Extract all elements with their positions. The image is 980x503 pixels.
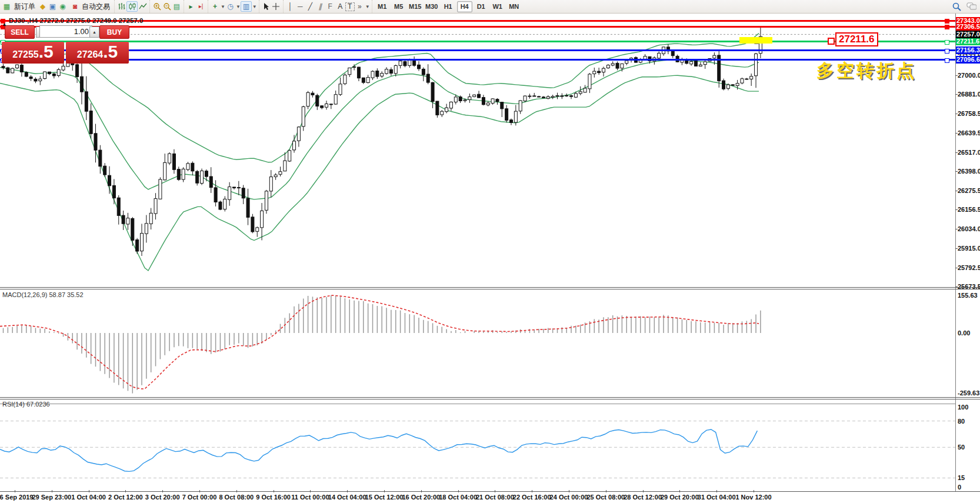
template-icon[interactable]: ▥ xyxy=(241,1,252,12)
cursor-icon[interactable] xyxy=(261,2,271,11)
volume-increase-button[interactable]: ▲ xyxy=(89,26,99,38)
price-line-27211.6[interactable] xyxy=(0,41,955,42)
time-axis[interactable]: 26 Sep 201929 Sep 23:001 Oct 04:002 Oct … xyxy=(0,492,980,503)
time-tick xyxy=(310,490,311,492)
timeframe-w1[interactable]: W1 xyxy=(490,1,505,12)
price-tick-label: 25792.5 xyxy=(958,264,980,271)
time-tick xyxy=(199,490,200,492)
volume-input[interactable]: 1.00 xyxy=(39,25,92,38)
bar-chart-icon[interactable] xyxy=(116,2,126,11)
price-line-27306.5[interactable] xyxy=(0,26,955,28)
signal-icon[interactable]: ◉ xyxy=(58,2,68,11)
rsi-tick-label: 0 xyxy=(958,484,980,491)
price-callout[interactable]: 27211.6 xyxy=(835,32,878,46)
price-tick-label: 27000.0 xyxy=(958,72,980,79)
zoom-out-icon[interactable] xyxy=(162,2,172,11)
callout-anchor-handle[interactable] xyxy=(828,38,835,45)
time-tick xyxy=(458,490,459,492)
shapes-caret-icon[interactable]: ▼ xyxy=(365,4,370,9)
new-order-button[interactable]: 新订单 xyxy=(12,1,38,12)
turning-point-annotation[interactable]: 多空转折点 xyxy=(816,59,916,83)
vertical-line-tool-icon[interactable]: │ xyxy=(285,2,295,11)
auto-scroll-icon[interactable]: ▸ xyxy=(186,2,196,11)
time-tick xyxy=(495,490,495,492)
time-tick xyxy=(421,490,422,492)
line-chart-icon[interactable] xyxy=(138,2,148,11)
timeframe-h1[interactable]: H1 xyxy=(441,1,456,12)
time-label: 22 Oct 16:00 xyxy=(513,494,551,501)
macd-tick-label: 0.00 xyxy=(958,329,980,337)
timeframe-m15[interactable]: M15 xyxy=(408,1,423,12)
buy-price-main: 27264 xyxy=(77,49,104,60)
chart-shift-icon[interactable]: ▸| xyxy=(196,2,206,11)
trendline-tool-icon[interactable]: ╱ xyxy=(305,2,315,11)
time-label: 29 Sep 23:00 xyxy=(32,494,71,501)
timeframe-m1[interactable]: M1 xyxy=(375,1,390,12)
panel-separator[interactable] xyxy=(0,399,980,399)
horizontal-line-tool-icon[interactable]: ─ xyxy=(295,2,305,11)
time-tick xyxy=(754,490,754,492)
indicators-icon[interactable]: + xyxy=(210,2,220,11)
macd-tick-label: -259.63 xyxy=(958,389,980,397)
shapes-tool-icon[interactable]: » xyxy=(355,2,365,11)
line-handle[interactable] xyxy=(945,58,949,63)
channel-tool-icon[interactable]: ∥ xyxy=(315,2,325,11)
chat-icon[interactable] xyxy=(966,2,976,11)
time-label: 14 Oct 04:00 xyxy=(328,494,366,501)
buy-price-button[interactable]: 27264.5 xyxy=(66,42,129,64)
line-handle[interactable] xyxy=(945,40,949,45)
toolbar-group-cursor xyxy=(259,0,283,13)
zoom-in-icon[interactable] xyxy=(152,2,162,11)
candlestick-icon[interactable] xyxy=(126,1,138,12)
panel-separator[interactable] xyxy=(0,287,980,288)
buy-button[interactable]: BUY xyxy=(99,25,129,39)
community-icon[interactable]: ▣ xyxy=(48,2,58,11)
panel-separator[interactable] xyxy=(0,397,980,398)
crosshair-icon[interactable] xyxy=(271,2,281,11)
price-line-27343.0[interactable] xyxy=(0,20,955,22)
current-price-label: 27257.0 xyxy=(956,31,980,38)
fibonacci-tool-icon[interactable]: F xyxy=(325,2,335,11)
mt4-window: ▦ 新订单 ◆ ▣ ◉ ◙ 自动交易 xyxy=(0,0,980,503)
time-tick xyxy=(679,490,680,492)
buy-price-frac: .5 xyxy=(103,42,118,62)
price-tick-label: 26034.0 xyxy=(958,225,980,232)
line-handle[interactable] xyxy=(945,19,949,24)
time-tick xyxy=(384,490,385,492)
tile-windows-icon[interactable]: ▤ xyxy=(172,2,182,11)
time-tick xyxy=(52,490,52,492)
trade-panel-row: SELL ▼ 1.00 ▲ BUY xyxy=(2,25,130,38)
template-caret-icon[interactable]: ▼ xyxy=(252,4,257,9)
text-label-tool-icon[interactable]: T xyxy=(345,2,355,11)
time-label: 29 Oct 20:00 xyxy=(661,494,699,501)
search-icon[interactable] xyxy=(952,2,962,11)
time-label: 18 Oct 04:00 xyxy=(439,494,477,501)
timeframe-mn[interactable]: MN xyxy=(506,1,522,12)
symbol-marker-icon: ▲ xyxy=(2,21,7,27)
time-label: 3 Oct 20:00 xyxy=(145,494,180,501)
period-clock-icon[interactable]: ◷ xyxy=(225,2,235,11)
line-handle[interactable] xyxy=(945,49,949,54)
timeframe-d1[interactable]: D1 xyxy=(474,1,489,12)
text-tool-icon[interactable]: A xyxy=(335,2,345,11)
sell-price-button[interactable]: 27255.5 xyxy=(2,42,64,64)
panel-separator[interactable] xyxy=(0,289,980,289)
line-handle[interactable] xyxy=(945,25,949,29)
period-caret-icon[interactable]: ▼ xyxy=(236,4,241,9)
price-line-27156.3[interactable] xyxy=(0,49,955,51)
price-line-label: 27156.3 xyxy=(956,46,980,54)
sell-price-frac: .5 xyxy=(39,42,54,62)
new-chart-icon[interactable]: ▦ xyxy=(2,2,12,11)
indicators-caret-icon[interactable]: ▼ xyxy=(221,4,225,9)
timeframe-h4[interactable]: H4 xyxy=(457,1,472,12)
time-label: 7 Oct 00:00 xyxy=(182,494,217,501)
price-tick-label: 26639.5 xyxy=(958,129,980,136)
timeframe-m5[interactable]: M5 xyxy=(391,1,406,12)
profiles-icon[interactable]: ◆ xyxy=(38,2,48,11)
auto-trading-button[interactable]: ◙ 自动交易 xyxy=(68,1,112,12)
highlight-marker[interactable] xyxy=(739,37,772,44)
macd-label: MACD(12,26,9) 58.87 35.52 xyxy=(2,291,84,298)
price-line-27096.6[interactable] xyxy=(0,59,955,61)
sell-button[interactable]: SELL xyxy=(5,25,35,39)
timeframe-m30[interactable]: M30 xyxy=(424,1,439,12)
